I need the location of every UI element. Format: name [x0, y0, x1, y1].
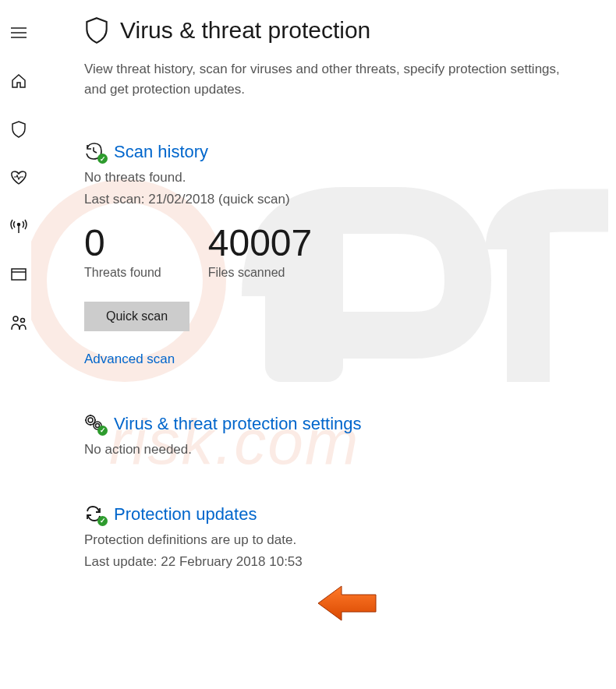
protection-settings-link[interactable]: Virus & threat protection settings — [114, 414, 362, 434]
threats-label: Threats found — [84, 266, 161, 280]
quick-scan-button[interactable]: Quick scan — [84, 302, 189, 331]
advanced-scan-link[interactable]: Advanced scan — [84, 352, 593, 367]
settings-status-text: No action needed. — [84, 442, 593, 458]
page-description: View threat history, scan for viruses an… — [84, 59, 583, 99]
last-update-text: Last update: 22 February 2018 10:53 — [84, 554, 593, 570]
svg-point-11 — [21, 319, 25, 323]
antenna-firewall-icon[interactable] — [0, 207, 37, 245]
page-title: Virus & threat protection — [120, 17, 370, 44]
updates-status-text: Protection definitions are up to date. — [84, 532, 593, 548]
home-icon[interactable] — [0, 62, 37, 100]
files-label: Files scanned — [208, 266, 312, 280]
svg-point-14 — [88, 418, 93, 422]
protection-updates-section: Protection updates Protection definition… — [84, 504, 593, 570]
threats-count: 0 — [84, 223, 161, 264]
page-header: Virus & threat protection — [84, 16, 593, 45]
history-clock-icon — [84, 142, 104, 162]
refresh-icon — [84, 504, 104, 525]
protection-updates-link[interactable]: Protection updates — [114, 504, 257, 525]
gear-icon — [84, 414, 104, 434]
files-count: 40007 — [208, 223, 312, 264]
protection-settings-section: Virus & threat protection settings No ac… — [84, 414, 593, 458]
last-scan-text: Last scan: 21/02/2018 (quick scan) — [84, 192, 593, 207]
heart-health-icon[interactable] — [0, 159, 37, 196]
sidebar — [0, 0, 37, 689]
scan-history-section: Scan history No threats found. Last scan… — [84, 142, 593, 367]
hamburger-menu-icon[interactable] — [0, 14, 37, 51]
svg-line-13 — [94, 151, 97, 153]
scan-status-text: No threats found. — [84, 170, 593, 186]
threats-found-stat: 0 Threats found — [84, 223, 161, 280]
scan-history-link[interactable]: Scan history — [114, 142, 208, 162]
arrow-annotation-icon — [312, 580, 382, 627]
app-browser-icon[interactable] — [0, 256, 37, 293]
svg-rect-8 — [12, 269, 26, 280]
files-scanned-stat: 40007 Files scanned — [208, 223, 312, 280]
shield-icon[interactable] — [0, 111, 37, 148]
svg-point-10 — [13, 316, 18, 321]
shield-large-icon — [84, 16, 109, 45]
family-icon[interactable] — [0, 304, 37, 341]
